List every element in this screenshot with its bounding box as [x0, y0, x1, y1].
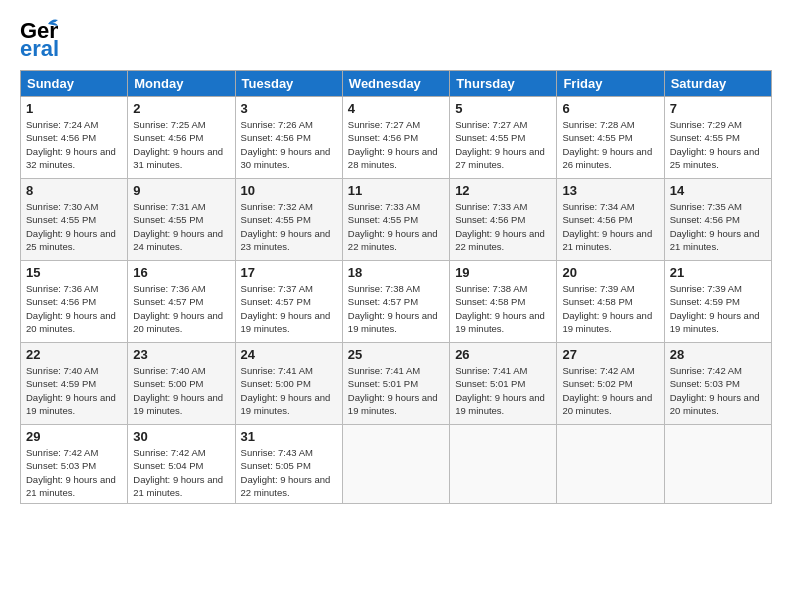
day-number: 15	[26, 265, 122, 280]
calendar-day-cell: 17 Sunrise: 7:37 AMSunset: 4:57 PMDaylig…	[235, 261, 342, 343]
day-number: 3	[241, 101, 337, 116]
day-number: 27	[562, 347, 658, 362]
day-number: 31	[241, 429, 337, 444]
day-info: Sunrise: 7:27 AMSunset: 4:55 PMDaylight:…	[455, 119, 545, 170]
calendar-day-cell: 19 Sunrise: 7:38 AMSunset: 4:58 PMDaylig…	[450, 261, 557, 343]
calendar-day-cell: 12 Sunrise: 7:33 AMSunset: 4:56 PMDaylig…	[450, 179, 557, 261]
day-number: 23	[133, 347, 229, 362]
day-info: Sunrise: 7:28 AMSunset: 4:55 PMDaylight:…	[562, 119, 652, 170]
day-number: 9	[133, 183, 229, 198]
calendar-day-cell: 31 Sunrise: 7:43 AMSunset: 5:05 PMDaylig…	[235, 425, 342, 504]
day-number: 22	[26, 347, 122, 362]
day-number: 30	[133, 429, 229, 444]
day-info: Sunrise: 7:29 AMSunset: 4:55 PMDaylight:…	[670, 119, 760, 170]
calendar-day-cell: 3 Sunrise: 7:26 AMSunset: 4:56 PMDayligh…	[235, 97, 342, 179]
day-info: Sunrise: 7:41 AMSunset: 5:01 PMDaylight:…	[348, 365, 438, 416]
calendar-day-cell: 25 Sunrise: 7:41 AMSunset: 5:01 PMDaylig…	[342, 343, 449, 425]
page-header: Gen eral	[20, 16, 772, 60]
day-number: 2	[133, 101, 229, 116]
calendar-header-row: SundayMondayTuesdayWednesdayThursdayFrid…	[21, 71, 772, 97]
calendar-table: SundayMondayTuesdayWednesdayThursdayFrid…	[20, 70, 772, 504]
day-number: 24	[241, 347, 337, 362]
day-number: 18	[348, 265, 444, 280]
day-info: Sunrise: 7:31 AMSunset: 4:55 PMDaylight:…	[133, 201, 223, 252]
day-number: 13	[562, 183, 658, 198]
day-number: 19	[455, 265, 551, 280]
day-info: Sunrise: 7:42 AMSunset: 5:03 PMDaylight:…	[26, 447, 116, 498]
day-info: Sunrise: 7:27 AMSunset: 4:56 PMDaylight:…	[348, 119, 438, 170]
day-info: Sunrise: 7:37 AMSunset: 4:57 PMDaylight:…	[241, 283, 331, 334]
day-number: 14	[670, 183, 766, 198]
calendar-day-cell: 24 Sunrise: 7:41 AMSunset: 5:00 PMDaylig…	[235, 343, 342, 425]
calendar-day-cell: 2 Sunrise: 7:25 AMSunset: 4:56 PMDayligh…	[128, 97, 235, 179]
day-number: 26	[455, 347, 551, 362]
calendar-day-cell: 9 Sunrise: 7:31 AMSunset: 4:55 PMDayligh…	[128, 179, 235, 261]
calendar-day-cell	[342, 425, 449, 504]
logo-icon: Gen eral	[20, 16, 58, 60]
day-info: Sunrise: 7:33 AMSunset: 4:55 PMDaylight:…	[348, 201, 438, 252]
calendar-day-cell: 4 Sunrise: 7:27 AMSunset: 4:56 PMDayligh…	[342, 97, 449, 179]
day-info: Sunrise: 7:36 AMSunset: 4:56 PMDaylight:…	[26, 283, 116, 334]
calendar-day-cell: 7 Sunrise: 7:29 AMSunset: 4:55 PMDayligh…	[664, 97, 771, 179]
calendar-day-cell: 8 Sunrise: 7:30 AMSunset: 4:55 PMDayligh…	[21, 179, 128, 261]
weekday-header-wednesday: Wednesday	[342, 71, 449, 97]
calendar-week-row: 1 Sunrise: 7:24 AMSunset: 4:56 PMDayligh…	[21, 97, 772, 179]
calendar-day-cell: 30 Sunrise: 7:42 AMSunset: 5:04 PMDaylig…	[128, 425, 235, 504]
day-info: Sunrise: 7:25 AMSunset: 4:56 PMDaylight:…	[133, 119, 223, 170]
calendar-day-cell: 1 Sunrise: 7:24 AMSunset: 4:56 PMDayligh…	[21, 97, 128, 179]
day-number: 4	[348, 101, 444, 116]
calendar-week-row: 8 Sunrise: 7:30 AMSunset: 4:55 PMDayligh…	[21, 179, 772, 261]
calendar-day-cell	[664, 425, 771, 504]
calendar-day-cell: 26 Sunrise: 7:41 AMSunset: 5:01 PMDaylig…	[450, 343, 557, 425]
day-number: 28	[670, 347, 766, 362]
day-number: 8	[26, 183, 122, 198]
day-info: Sunrise: 7:36 AMSunset: 4:57 PMDaylight:…	[133, 283, 223, 334]
calendar-day-cell: 28 Sunrise: 7:42 AMSunset: 5:03 PMDaylig…	[664, 343, 771, 425]
day-info: Sunrise: 7:34 AMSunset: 4:56 PMDaylight:…	[562, 201, 652, 252]
day-number: 10	[241, 183, 337, 198]
calendar-day-cell	[557, 425, 664, 504]
calendar-day-cell: 20 Sunrise: 7:39 AMSunset: 4:58 PMDaylig…	[557, 261, 664, 343]
calendar-week-row: 15 Sunrise: 7:36 AMSunset: 4:56 PMDaylig…	[21, 261, 772, 343]
day-info: Sunrise: 7:38 AMSunset: 4:57 PMDaylight:…	[348, 283, 438, 334]
calendar-day-cell: 22 Sunrise: 7:40 AMSunset: 4:59 PMDaylig…	[21, 343, 128, 425]
day-number: 25	[348, 347, 444, 362]
day-number: 5	[455, 101, 551, 116]
day-info: Sunrise: 7:42 AMSunset: 5:03 PMDaylight:…	[670, 365, 760, 416]
calendar-day-cell: 23 Sunrise: 7:40 AMSunset: 5:00 PMDaylig…	[128, 343, 235, 425]
weekday-header-sunday: Sunday	[21, 71, 128, 97]
calendar-day-cell: 16 Sunrise: 7:36 AMSunset: 4:57 PMDaylig…	[128, 261, 235, 343]
calendar-day-cell: 13 Sunrise: 7:34 AMSunset: 4:56 PMDaylig…	[557, 179, 664, 261]
weekday-header-thursday: Thursday	[450, 71, 557, 97]
day-info: Sunrise: 7:35 AMSunset: 4:56 PMDaylight:…	[670, 201, 760, 252]
calendar-day-cell: 21 Sunrise: 7:39 AMSunset: 4:59 PMDaylig…	[664, 261, 771, 343]
calendar-day-cell: 29 Sunrise: 7:42 AMSunset: 5:03 PMDaylig…	[21, 425, 128, 504]
day-info: Sunrise: 7:33 AMSunset: 4:56 PMDaylight:…	[455, 201, 545, 252]
svg-text:eral: eral	[20, 36, 58, 60]
day-info: Sunrise: 7:40 AMSunset: 5:00 PMDaylight:…	[133, 365, 223, 416]
calendar-day-cell: 5 Sunrise: 7:27 AMSunset: 4:55 PMDayligh…	[450, 97, 557, 179]
day-number: 29	[26, 429, 122, 444]
weekday-header-friday: Friday	[557, 71, 664, 97]
day-info: Sunrise: 7:26 AMSunset: 4:56 PMDaylight:…	[241, 119, 331, 170]
calendar-day-cell: 15 Sunrise: 7:36 AMSunset: 4:56 PMDaylig…	[21, 261, 128, 343]
calendar-page: Gen eral SundayMondayTuesdayWednesdayThu…	[0, 0, 792, 612]
day-number: 20	[562, 265, 658, 280]
day-info: Sunrise: 7:41 AMSunset: 5:00 PMDaylight:…	[241, 365, 331, 416]
calendar-day-cell: 10 Sunrise: 7:32 AMSunset: 4:55 PMDaylig…	[235, 179, 342, 261]
day-info: Sunrise: 7:30 AMSunset: 4:55 PMDaylight:…	[26, 201, 116, 252]
day-info: Sunrise: 7:24 AMSunset: 4:56 PMDaylight:…	[26, 119, 116, 170]
weekday-header-monday: Monday	[128, 71, 235, 97]
day-number: 7	[670, 101, 766, 116]
calendar-day-cell: 18 Sunrise: 7:38 AMSunset: 4:57 PMDaylig…	[342, 261, 449, 343]
day-number: 21	[670, 265, 766, 280]
logo: Gen eral	[20, 16, 58, 60]
day-number: 12	[455, 183, 551, 198]
day-info: Sunrise: 7:41 AMSunset: 5:01 PMDaylight:…	[455, 365, 545, 416]
calendar-week-row: 29 Sunrise: 7:42 AMSunset: 5:03 PMDaylig…	[21, 425, 772, 504]
calendar-day-cell: 6 Sunrise: 7:28 AMSunset: 4:55 PMDayligh…	[557, 97, 664, 179]
day-info: Sunrise: 7:40 AMSunset: 4:59 PMDaylight:…	[26, 365, 116, 416]
weekday-header-saturday: Saturday	[664, 71, 771, 97]
weekday-header-tuesday: Tuesday	[235, 71, 342, 97]
calendar-day-cell: 27 Sunrise: 7:42 AMSunset: 5:02 PMDaylig…	[557, 343, 664, 425]
